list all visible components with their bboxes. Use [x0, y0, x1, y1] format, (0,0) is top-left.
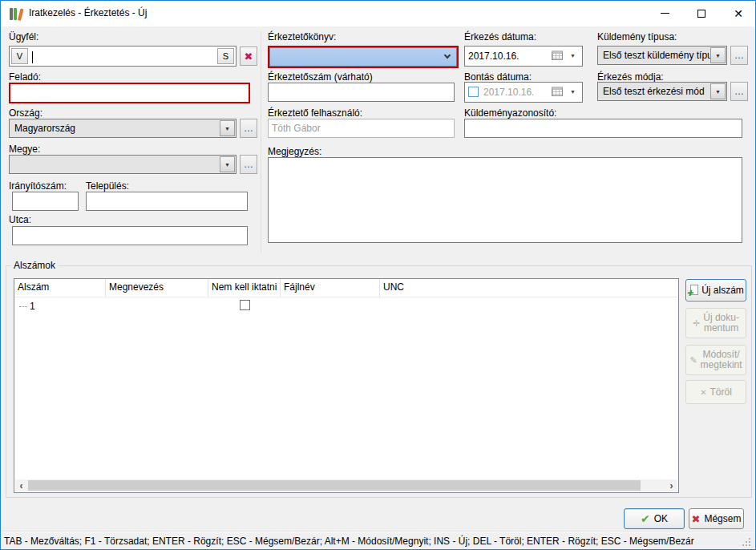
- telepules-input[interactable]: [86, 192, 248, 211]
- bontas-datuma-checkbox[interactable]: [468, 87, 479, 97]
- kuldemeny-tipusa-more-button[interactable]: …: [730, 46, 748, 65]
- erkezes-modja-more-button[interactable]: …: [730, 82, 748, 101]
- ellipsis-icon: …: [244, 159, 253, 170]
- ugyfel-label: Ügyfél:: [9, 31, 38, 42]
- megye-more-button[interactable]: …: [240, 155, 257, 174]
- orszag-dropdown-button[interactable]: ▼: [220, 120, 235, 136]
- ugyfel-input[interactable]: [30, 48, 216, 64]
- statusbar-text: TAB - Mezőváltás; F1 - Törzsadat; ENTER …: [4, 536, 694, 547]
- kuldemenyazonosito-input[interactable]: [464, 119, 742, 138]
- erkezes-modja-combobox[interactable]: Első teszt érkezési mód ▼: [597, 82, 727, 101]
- row-nem-kell-iktatni-checkbox[interactable]: [240, 300, 250, 310]
- minimize-button[interactable]: [646, 1, 683, 26]
- date-dropdown-icon[interactable]: ▼: [570, 53, 576, 59]
- date-dropdown-icon[interactable]: ▼: [570, 89, 576, 95]
- orszag-more-button[interactable]: …: [240, 119, 257, 138]
- scroll-right-icon: ›: [670, 480, 673, 491]
- felado-input[interactable]: [9, 83, 250, 103]
- ugyfel-v-button[interactable]: V: [11, 48, 28, 64]
- ugyfel-clear-button[interactable]: ✖: [240, 47, 257, 66]
- scroll-left-icon: ‹: [20, 480, 23, 491]
- torol-button: ✕ Töröl: [685, 380, 746, 404]
- delete-x-icon: ✕: [700, 387, 706, 398]
- ok-label: OK: [654, 513, 668, 524]
- modosit-megtekint-label: Módosít/megtekint: [701, 350, 742, 370]
- megye-label: Megye:: [9, 144, 40, 155]
- uj-alszam-label: Új alszám: [701, 285, 744, 296]
- ok-check-icon: ✔: [641, 512, 650, 525]
- uj-dokumentum-label: Új doku-mentum: [703, 313, 739, 334]
- column-header-unc[interactable]: UNC: [380, 279, 677, 297]
- utca-label: Utca:: [9, 214, 31, 225]
- kuldemeny-tipusa-combobox[interactable]: Első teszt küldemény típus ▼: [597, 46, 727, 65]
- doc-plus-icon: ✛: [693, 318, 700, 329]
- app-window: Iratkezelés - Érkeztetés - Új ✕ Ügyfél: …: [0, 0, 756, 550]
- new-page-plus-icon: ✚: [688, 285, 698, 296]
- erkezes-modja-label: Érkezés módja:: [597, 71, 664, 83]
- close-button[interactable]: ✕: [720, 1, 756, 26]
- text-caret: [32, 51, 33, 63]
- erkezteto-felhasznalo-label: Érkeztető felhasználó:: [268, 107, 362, 119]
- uj-alszam-button[interactable]: ✚ Új alszám: [685, 279, 746, 301]
- app-icon: [10, 7, 24, 20]
- dropdown-arrow-icon: ▼: [224, 126, 230, 131]
- minimize-icon: [661, 13, 669, 14]
- megsem-button[interactable]: ✖ Mégsem: [689, 508, 744, 529]
- megjegyzes-textarea[interactable]: [268, 157, 742, 243]
- megsem-label: Mégsem: [704, 513, 741, 524]
- scroll-right-button[interactable]: ›: [665, 479, 677, 491]
- orszag-combobox[interactable]: Magyarország ▼: [9, 119, 237, 138]
- dropdown-arrow-icon: ▼: [715, 89, 721, 95]
- alszamok-table[interactable]: Alszám Megnevezés Nem kell iktatni Fájln…: [14, 278, 679, 493]
- maximize-button[interactable]: [683, 1, 720, 26]
- kuldemenyazonosito-label: Küldeményazonosító:: [464, 107, 556, 119]
- erkezes-datuma-picker[interactable]: 2017.10.16. ▼: [464, 46, 583, 67]
- column-header-megnevezes[interactable]: Megnevezés: [106, 279, 208, 297]
- ok-button[interactable]: ✔ OK: [624, 508, 685, 529]
- bontas-datuma-label: Bontás dátuma:: [464, 71, 532, 83]
- megye-dropdown-button[interactable]: ▼: [220, 156, 235, 172]
- clear-x-icon: ✖: [245, 51, 253, 63]
- ellipsis-icon: …: [734, 86, 744, 97]
- table-row[interactable]: 1: [14, 298, 678, 314]
- calendar-icon: [552, 51, 563, 60]
- bontas-datuma-picker[interactable]: 2017.10.16. ▼: [464, 82, 583, 103]
- column-divider: [261, 31, 261, 253]
- erkeztetokonyv-selection-fill: [269, 47, 457, 67]
- window-title: Iratkezelés - Érkeztetés - Új: [29, 7, 147, 18]
- iranyitoszam-input[interactable]: [12, 192, 79, 211]
- megye-combobox[interactable]: ▼: [9, 155, 237, 174]
- kuldemeny-tipusa-dropdown-button[interactable]: ▼: [710, 47, 726, 63]
- row-alszam-cell: 1: [19, 301, 35, 312]
- felado-label: Feladó:: [9, 71, 41, 83]
- cancel-x-icon: ✖: [692, 513, 701, 525]
- erkeztetoszam-input[interactable]: [268, 83, 455, 102]
- kuldemeny-tipusa-label: Küldemény típusa:: [597, 31, 677, 42]
- header-divider: [14, 297, 678, 297]
- column-header-alszam[interactable]: Alszám: [14, 279, 106, 297]
- ellipsis-icon: …: [734, 50, 744, 61]
- column-header-nem-kell-iktatni[interactable]: Nem kell iktatni: [208, 279, 281, 297]
- pencil-icon: ✎: [689, 355, 697, 366]
- scrollbar-thumb[interactable]: [28, 480, 641, 491]
- telepules-label: Település:: [86, 180, 129, 192]
- horizontal-scrollbar[interactable]: ‹ ›: [15, 479, 677, 491]
- close-icon: ✕: [734, 7, 743, 20]
- erkezes-modja-value: Első teszt érkezési mód: [603, 86, 705, 97]
- scroll-left-button[interactable]: ‹: [15, 479, 27, 491]
- dropdown-arrow-icon: ▼: [715, 53, 721, 59]
- erkezes-modja-dropdown-button[interactable]: ▼: [710, 83, 726, 99]
- resize-grip[interactable]: [749, 544, 750, 546]
- dropdown-arrow-icon: ▼: [224, 162, 230, 168]
- kuldemeny-tipusa-value: Első teszt küldemény típus: [603, 50, 718, 61]
- erkeztetokonyv-combobox[interactable]: [268, 46, 459, 68]
- column-header-fajlnev[interactable]: Fájlnév: [281, 279, 380, 297]
- status-bar: TAB - Mezőváltás; F1 - Törzsadat; ENTER …: [1, 532, 755, 550]
- erkeztetoszam-label: Érkeztetőszám (várható): [268, 71, 373, 83]
- megjegyzes-label: Megjegyzés:: [268, 146, 321, 157]
- orszag-label: Ország:: [9, 107, 42, 119]
- ugyfel-s-button[interactable]: S: [217, 48, 234, 64]
- erkezes-datuma-value: 2017.10.16.: [468, 51, 519, 62]
- maximize-icon: [697, 10, 705, 18]
- utca-input[interactable]: [12, 226, 248, 245]
